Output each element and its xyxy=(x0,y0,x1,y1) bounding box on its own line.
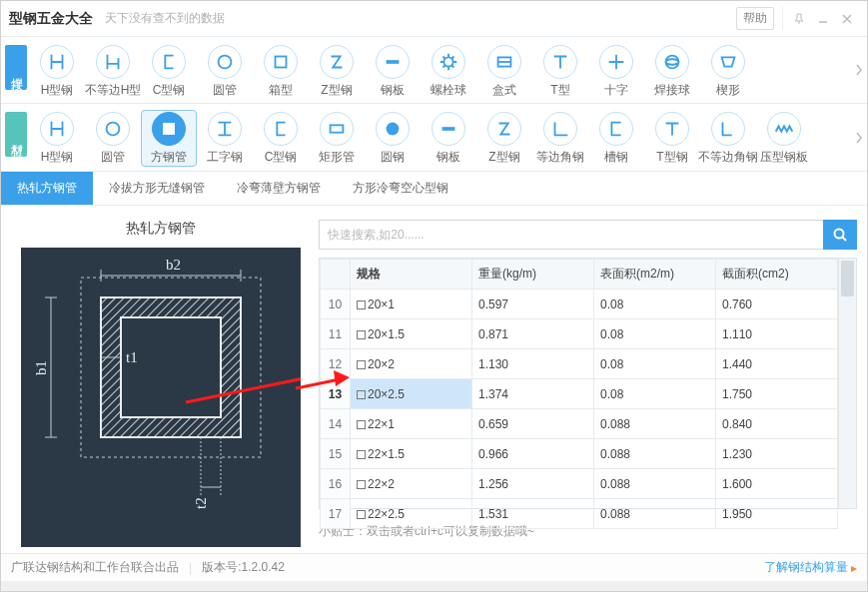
tool-不等边H型[interactable]: 不等边H型 xyxy=(85,43,141,99)
app-title: 型钢五金大全 xyxy=(9,10,93,28)
table-row[interactable]: 13 20×2.5 1.3740.081.750 xyxy=(321,379,838,409)
svg-rect-3 xyxy=(387,60,400,64)
tool-T型[interactable]: T型 xyxy=(532,43,588,99)
tool-label: 槽钢 xyxy=(604,149,628,166)
tool-icon xyxy=(152,112,186,146)
tool-H型钢[interactable]: H型钢 xyxy=(29,43,85,99)
search-button[interactable] xyxy=(823,220,857,250)
tool-C型钢[interactable]: C型钢 xyxy=(253,110,309,166)
tool-箱型[interactable]: 箱型 xyxy=(253,43,309,99)
tool-icon xyxy=(208,45,242,79)
svg-rect-13 xyxy=(442,127,455,131)
status-version: 版本号:1.2.0.42 xyxy=(202,559,285,576)
tool-icon xyxy=(711,45,745,79)
tool-icon xyxy=(487,112,521,146)
data-grid-wrap: 规格重量(kg/m)表面积(m2/m)截面积(cm2) 10 20×1 0.59… xyxy=(319,258,857,509)
table-row[interactable]: 15 22×1.5 0.9660.0881.230 xyxy=(321,439,838,469)
tool-icon xyxy=(376,45,410,79)
tool-盒式[interactable]: 盒式 xyxy=(476,43,532,99)
tool-焊接球[interactable]: 焊接球 xyxy=(644,43,700,99)
tool-icon xyxy=(487,45,521,79)
svg-text:t1: t1 xyxy=(126,349,138,365)
tool-icon xyxy=(96,112,130,146)
tool-label: Z型钢 xyxy=(321,82,352,99)
content-area: 热轧方钢管 b2 b1 xyxy=(1,206,867,553)
tool-H型钢[interactable]: H型钢 xyxy=(29,110,85,166)
table-row[interactable]: 14 22×1 0.6590.0880.840 xyxy=(321,409,838,439)
tool-C型钢[interactable]: C型钢 xyxy=(141,43,197,99)
tool-Z型钢[interactable]: Z型钢 xyxy=(309,43,365,99)
status-link[interactable]: 了解钢结构算量 ▸ xyxy=(764,559,857,576)
vertical-scrollbar[interactable] xyxy=(838,259,856,508)
table-row[interactable]: 12 20×2 1.1300.081.440 xyxy=(321,349,838,379)
tool-icon xyxy=(543,112,577,146)
tool-label: 压型钢板 xyxy=(760,149,808,166)
tool-十字[interactable]: 十字 xyxy=(588,43,644,99)
svg-text:t2: t2 xyxy=(193,497,209,509)
table-row[interactable]: 16 22×2 1.2560.0881.600 xyxy=(321,469,838,499)
tool-label: 楔形 xyxy=(716,82,740,99)
tool-矩形管[interactable]: 矩形管 xyxy=(309,110,365,166)
subtab-1[interactable]: 冷拔方形无缝钢管 xyxy=(93,172,221,205)
tool-圆钢[interactable]: 圆钢 xyxy=(365,110,421,166)
svg-line-30 xyxy=(186,375,301,402)
svg-point-8 xyxy=(666,59,679,65)
tool-label: 盒式 xyxy=(492,82,516,99)
help-button[interactable]: 帮助 xyxy=(736,7,774,30)
col-2[interactable]: 表面积(m2/m) xyxy=(594,260,716,290)
tool-label: 螺栓球 xyxy=(431,82,466,99)
tool-T型钢[interactable]: T型钢 xyxy=(644,110,700,166)
tool-label: Z型钢 xyxy=(488,149,519,166)
close-button[interactable] xyxy=(835,7,859,31)
svg-point-7 xyxy=(666,56,679,69)
data-grid[interactable]: 规格重量(kg/m)表面积(m2/m)截面积(cm2) 10 20×1 0.59… xyxy=(320,259,838,529)
tool-圆管[interactable]: 圆管 xyxy=(197,43,253,99)
tool-icon xyxy=(543,45,577,79)
status-credit: 广联达钢结构和工作台联合出品 xyxy=(11,559,179,576)
svg-point-1 xyxy=(219,56,232,69)
pin-button[interactable] xyxy=(787,7,811,31)
tool-label: 箱型 xyxy=(269,82,293,99)
tool-方钢管[interactable]: 方钢管 xyxy=(141,110,197,167)
tool-icon xyxy=(264,45,298,79)
minimize-button[interactable] xyxy=(811,7,835,31)
tool-label: T型 xyxy=(550,82,569,99)
tool-label: H型钢 xyxy=(41,82,74,99)
table-row[interactable]: 11 20×1.5 0.8710.081.110 xyxy=(321,319,838,349)
tool-钢板[interactable]: 钢板 xyxy=(421,110,476,166)
col-0[interactable]: 规格 xyxy=(351,260,472,290)
search-input[interactable] xyxy=(319,220,823,250)
tool-label: 等边角钢 xyxy=(536,149,584,166)
tool-不等边角钢[interactable]: 不等边角钢 xyxy=(700,110,756,166)
subtab-3[interactable]: 方形冷弯空心型钢 xyxy=(337,172,464,205)
row2-scroll-right[interactable] xyxy=(851,113,867,163)
tool-楔形[interactable]: 楔形 xyxy=(700,43,756,99)
tool-icon xyxy=(655,45,689,79)
tool-槽钢[interactable]: 槽钢 xyxy=(588,110,644,166)
tool-label: 十字 xyxy=(604,82,628,99)
tool-钢板[interactable]: 钢板 xyxy=(365,43,421,99)
diagram-title: 热轧方钢管 xyxy=(21,220,301,238)
tool-label: 钢板 xyxy=(381,82,405,99)
tool-icon xyxy=(208,112,242,146)
tool-工字钢[interactable]: 工字钢 xyxy=(197,110,253,166)
tool-螺栓球[interactable]: 螺栓球 xyxy=(421,43,476,99)
subtab-2[interactable]: 冷弯薄壁方钢管 xyxy=(221,172,337,205)
svg-rect-2 xyxy=(276,57,287,68)
row1-scroll-right[interactable] xyxy=(851,45,867,95)
tool-Z型钢[interactable]: Z型钢 xyxy=(476,110,532,166)
table-row[interactable]: 10 20×1 0.5970.080.760 xyxy=(321,290,838,319)
tool-等边角钢[interactable]: 等边角钢 xyxy=(532,110,588,166)
tool-label: 不等边H型 xyxy=(85,82,142,99)
row-label-profiles: 型材 xyxy=(5,112,27,157)
table-row[interactable]: 17 22×2.5 1.5310.0881.950 xyxy=(321,499,838,529)
tool-icon xyxy=(320,112,354,146)
col-1[interactable]: 重量(kg/m) xyxy=(472,260,594,290)
tool-圆管[interactable]: 圆管 xyxy=(85,110,141,166)
tool-icon xyxy=(264,112,298,146)
tool-压型钢板[interactable]: 压型钢板 xyxy=(756,110,812,166)
col-3[interactable]: 截面积(cm2) xyxy=(716,260,838,290)
subtab-0[interactable]: 热轧方钢管 xyxy=(1,172,93,205)
tool-label: 圆管 xyxy=(101,149,125,166)
svg-line-33 xyxy=(843,238,847,242)
